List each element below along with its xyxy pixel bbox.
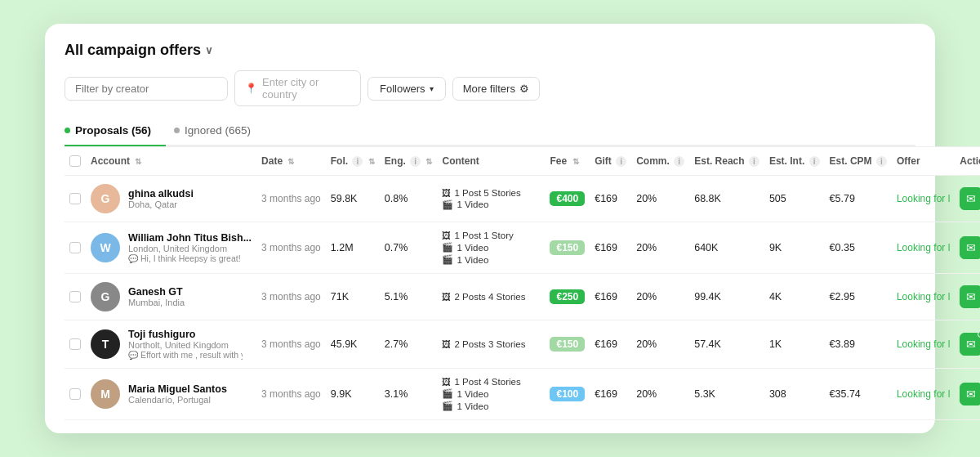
account-msg: 💬Effort with me , result with you	[128, 350, 243, 360]
avatar[interactable]: G	[91, 184, 120, 213]
fee-cell: €150	[545, 222, 590, 274]
engagement-cell: 2.7%	[380, 320, 438, 369]
mail-icon: ✉	[966, 388, 976, 401]
account-name[interactable]: ghina alkudsi	[128, 188, 194, 199]
gift-cell: €169	[590, 176, 631, 222]
page-title-row: All campaign offers ∨	[65, 42, 915, 59]
row-checkbox[interactable]	[69, 338, 81, 350]
offer-link[interactable]: Looking for l	[897, 388, 950, 400]
content-text: 2 Posts 4 Stories	[454, 292, 525, 302]
content-cell: 🖼2 Posts 4 Stories	[437, 274, 545, 320]
row-checkbox[interactable]	[69, 242, 81, 253]
table-row: G Ganesh GT Mumbai, India 3 months ago71…	[65, 274, 980, 320]
th-account: Account ⇅	[86, 147, 256, 176]
mail-icon: ✉	[966, 290, 976, 303]
content-line: 🎬1 Video	[442, 199, 540, 210]
followers-cell: 71K	[326, 274, 380, 320]
info-icon: i	[876, 156, 887, 167]
row-checkbox[interactable]	[69, 388, 81, 400]
gift-cell: €169	[590, 369, 631, 420]
tab-proposals[interactable]: Proposals (56)	[65, 118, 166, 146]
content-text: 1 Post 4 Stories	[454, 377, 520, 387]
info-icon: i	[809, 156, 820, 167]
tab-proposals-dot	[65, 128, 70, 133]
th-actions: Actions	[955, 147, 980, 176]
fee-cell: €150	[545, 320, 590, 369]
offer-link[interactable]: Looking for l	[897, 242, 950, 253]
content-icon: 🖼	[442, 188, 451, 198]
comm-cell: 20%	[631, 320, 689, 369]
tab-ignored-dot	[174, 128, 180, 133]
offer-cell: Looking for l	[892, 369, 955, 420]
more-filters-button[interactable]: More filters ⚙	[452, 77, 540, 101]
th-fol: Fol. i ⇅	[326, 147, 380, 176]
page-title: All campaign offers	[65, 42, 201, 59]
account-name[interactable]: Maria Miguel Santos	[128, 383, 227, 395]
tab-ignored[interactable]: Ignored (665)	[174, 118, 265, 146]
account-name[interactable]: William John Titus Bish...	[128, 232, 252, 244]
date-cell: 3 months ago	[256, 369, 326, 420]
account-msg: 💬Hi, I think Heepsy is great! I'd b...	[128, 253, 243, 263]
account-name[interactable]: Ganesh GT	[128, 286, 185, 298]
message-button[interactable]: ✉	[960, 236, 980, 259]
engagement-cell: 0.8%	[380, 176, 438, 222]
sort-icon[interactable]: ⇅	[287, 157, 294, 166]
followers-filter-button[interactable]: Followers ▾	[368, 77, 446, 101]
offer-cell: Looking for l	[892, 222, 955, 274]
city-placeholder: Enter city or country	[262, 76, 350, 101]
chevron-down-icon: ▾	[430, 84, 434, 93]
message-button[interactable]: ✉	[960, 285, 980, 308]
reach-cell: 57.4K	[689, 320, 764, 369]
message-button[interactable]: ✉	[960, 333, 980, 356]
row-checkbox[interactable]	[69, 291, 81, 302]
message-button[interactable]: ✉	[960, 187, 980, 210]
table-row: W William John Titus Bish... London, Uni…	[65, 222, 980, 274]
account-location: London, United Kingdom	[128, 244, 252, 253]
cpm-cell: €2.95	[825, 274, 892, 320]
mail-icon: ✉	[966, 241, 976, 254]
content-text: 1 Post 5 Stories	[454, 188, 520, 198]
mail-icon: ✉	[966, 338, 976, 351]
location-icon: 📍	[245, 83, 257, 94]
account-cell: M Maria Miguel Santos Calendarío, Portug…	[86, 369, 256, 420]
avatar[interactable]: G	[91, 282, 120, 311]
reach-cell: 68.8K	[689, 176, 764, 222]
title-chevron-icon[interactable]: ∨	[205, 44, 213, 56]
reach-cell: 640K	[689, 222, 764, 274]
account-location: Doha, Qatar	[128, 199, 194, 209]
avatar[interactable]: M	[91, 379, 120, 409]
th-int: Est. Int. i	[764, 147, 825, 176]
actions-cell: ✉ ⬆ ✕	[955, 274, 980, 320]
th-cpm: Est. CPM i	[825, 147, 892, 176]
offer-link[interactable]: Looking for l	[897, 291, 950, 302]
content-line: 🎬1 Video	[442, 242, 540, 253]
sort-icon[interactable]: ⇅	[368, 157, 375, 166]
row-checkbox[interactable]	[69, 193, 81, 204]
table-row: M Maria Miguel Santos Calendarío, Portug…	[65, 369, 980, 420]
sort-icon[interactable]: ⇅	[425, 157, 432, 166]
th-offer: Offer	[892, 147, 955, 176]
date-cell: 3 months ago	[256, 320, 326, 369]
table-row: T Toji fushiguro Northolt, United Kingdo…	[65, 320, 980, 369]
account-name[interactable]: Toji fushiguro	[128, 329, 243, 340]
info-icon: i	[410, 156, 421, 167]
tab-ignored-label: Ignored (665)	[185, 124, 251, 137]
th-date: Date ⇅	[256, 147, 326, 176]
content-cell: 🖼1 Post 4 Stories🎬1 Video🎬1 Video	[437, 369, 545, 420]
sort-icon[interactable]: ⇅	[572, 157, 579, 166]
offer-link[interactable]: Looking for l	[897, 193, 950, 204]
creator-filter-input[interactable]	[65, 77, 228, 101]
offer-cell: Looking for l	[892, 274, 955, 320]
avatar[interactable]: W	[91, 233, 120, 262]
sort-icon[interactable]: ⇅	[135, 157, 141, 166]
offer-link[interactable]: Looking for l	[897, 338, 950, 350]
filters-row: 📍 Enter city or country Followers ▾ More…	[65, 70, 915, 106]
message-button[interactable]: ✉	[960, 383, 980, 405]
content-line: 🖼2 Posts 4 Stories	[442, 292, 540, 302]
engagement-cell: 5.1%	[380, 274, 438, 320]
select-all-checkbox[interactable]	[69, 155, 81, 167]
campaigns-table: Account ⇅ Date ⇅ Fol. i ⇅ Eng. i ⇅ Conte…	[65, 146, 980, 420]
account-cell: G Ganesh GT Mumbai, India	[86, 274, 256, 320]
city-filter-input[interactable]: 📍 Enter city or country	[234, 70, 361, 106]
avatar[interactable]: T	[91, 329, 120, 359]
